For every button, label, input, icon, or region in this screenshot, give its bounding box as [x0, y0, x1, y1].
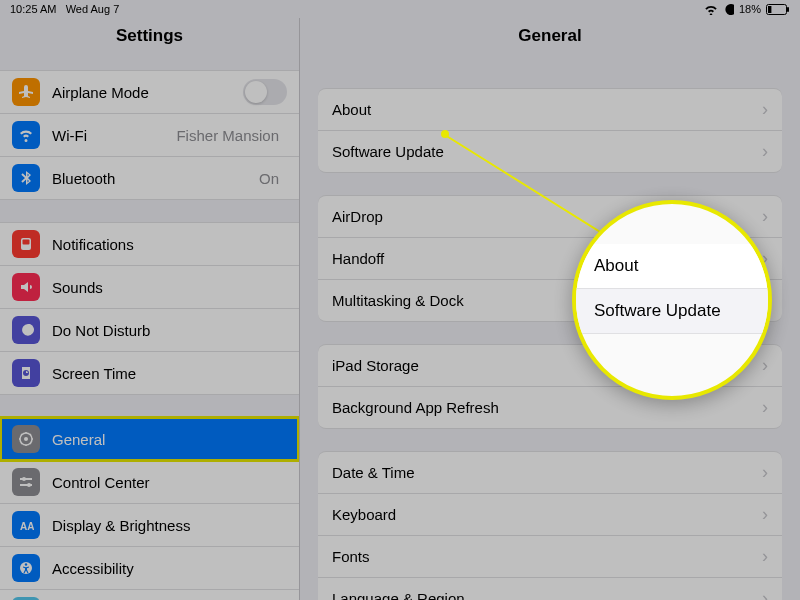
wifi-icon — [704, 4, 718, 15]
svg-point-6 — [24, 437, 28, 441]
svg-point-8 — [22, 477, 26, 481]
accessibility-row[interactable]: Accessibility — [0, 547, 299, 590]
chevron-icon: › — [762, 397, 768, 418]
callout-magnifier: About Software Update — [572, 200, 772, 400]
status-time: 10:25 AM — [10, 3, 56, 15]
wifi-row[interactable]: Wi-Fi Fisher Mansion — [0, 114, 299, 157]
about-row[interactable]: About› — [318, 88, 782, 131]
controlcenter-label: Control Center — [52, 474, 287, 491]
notifications-icon — [12, 230, 40, 258]
accessibility-icon — [12, 554, 40, 582]
controlcenter-icon — [12, 468, 40, 496]
wallpaper-row[interactable]: Wallpaper — [0, 590, 299, 600]
bluetooth-row[interactable]: Bluetooth On — [0, 157, 299, 200]
bluetooth-label: Bluetooth — [52, 170, 259, 187]
svg-rect-4 — [23, 240, 30, 245]
svg-point-10 — [27, 483, 31, 487]
chevron-icon: › — [762, 504, 768, 525]
wifi-menu-icon — [12, 121, 40, 149]
screentime-label: Screen Time — [52, 365, 287, 382]
sounds-icon — [12, 273, 40, 301]
wifi-value: Fisher Mansion — [176, 127, 279, 144]
dnd-row[interactable]: Do Not Disturb — [0, 309, 299, 352]
language-row[interactable]: Language & Region› — [318, 578, 782, 600]
chevron-icon: › — [762, 462, 768, 483]
controlcenter-row[interactable]: Control Center — [0, 461, 299, 504]
chevron-icon: › — [762, 355, 768, 376]
display-row[interactable]: AA Display & Brightness — [0, 504, 299, 547]
accessibility-label: Accessibility — [52, 560, 287, 577]
notifications-row[interactable]: Notifications — [0, 222, 299, 266]
screentime-row[interactable]: Screen Time — [0, 352, 299, 395]
main-title: General — [300, 18, 800, 56]
datetime-row[interactable]: Date & Time› — [318, 451, 782, 494]
callout-about: About — [576, 244, 768, 289]
general-icon — [12, 425, 40, 453]
battery-icon — [766, 4, 790, 15]
callout-software: Software Update — [576, 289, 768, 334]
svg-text:AA: AA — [20, 521, 34, 532]
display-label: Display & Brightness — [52, 517, 287, 534]
chevron-icon: › — [762, 99, 768, 120]
battery-pct: 18% — [739, 3, 761, 15]
chevron-icon: › — [762, 588, 768, 600]
chevron-icon: › — [762, 206, 768, 227]
display-icon: AA — [12, 511, 40, 539]
dnd-menu-icon — [12, 316, 40, 344]
callout-dot — [441, 130, 449, 138]
sounds-label: Sounds — [52, 279, 287, 296]
screentime-icon — [12, 359, 40, 387]
settings-sidebar[interactable]: Settings Airplane Mode Wi-Fi Fisher Mans… — [0, 18, 300, 600]
notifications-label: Notifications — [52, 236, 287, 253]
svg-rect-1 — [768, 6, 771, 13]
dnd-label: Do Not Disturb — [52, 322, 287, 339]
airplane-row[interactable]: Airplane Mode — [0, 70, 299, 114]
airplane-icon — [12, 78, 40, 106]
general-row[interactable]: General — [0, 417, 299, 461]
airplane-toggle[interactable] — [243, 79, 287, 105]
keyboard-row[interactable]: Keyboard› — [318, 494, 782, 536]
refresh-row[interactable]: Background App Refresh› — [318, 387, 782, 429]
svg-point-13 — [25, 563, 27, 565]
svg-rect-2 — [787, 7, 789, 12]
sidebar-title: Settings — [0, 18, 299, 56]
sounds-row[interactable]: Sounds — [0, 266, 299, 309]
wifi-label: Wi-Fi — [52, 127, 176, 144]
fonts-row[interactable]: Fonts› — [318, 536, 782, 578]
status-date: Wed Aug 7 — [66, 3, 120, 15]
chevron-icon: › — [762, 546, 768, 567]
dnd-icon — [723, 4, 734, 15]
software-update-row[interactable]: Software Update› — [318, 131, 782, 173]
status-bar: 10:25 AM Wed Aug 7 18% — [0, 0, 800, 18]
bluetooth-icon — [12, 164, 40, 192]
bluetooth-value: On — [259, 170, 279, 187]
general-label: General — [52, 431, 287, 448]
chevron-icon: › — [762, 141, 768, 162]
airplane-label: Airplane Mode — [52, 84, 243, 101]
